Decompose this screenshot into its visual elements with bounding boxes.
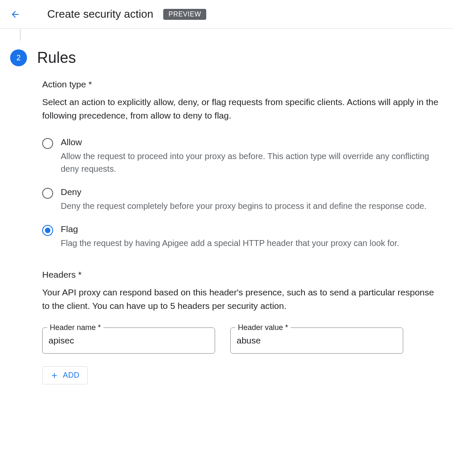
step-number-badge: 2	[10, 49, 27, 66]
action-type-description: Select an action to explicitly allow, de…	[42, 95, 443, 122]
step-connector	[20, 29, 21, 41]
header-value-label: Header value *	[235, 323, 291, 332]
radio-label: Allow	[61, 137, 443, 147]
add-button-label: ADD	[63, 371, 80, 380]
radio-label: Flag	[61, 224, 443, 234]
radio-icon	[42, 188, 53, 199]
radio-icon	[42, 138, 53, 149]
radio-option-allow[interactable]: Allow Allow the request to proceed into …	[42, 137, 443, 175]
radio-description: Allow the request to proceed into your p…	[61, 150, 443, 175]
back-button[interactable]	[10, 9, 20, 19]
radio-label: Deny	[61, 187, 443, 197]
page-title: Create security action	[47, 8, 153, 21]
action-type-radio-group: Allow Allow the request to proceed into …	[42, 137, 443, 249]
headers-label: Headers *	[42, 270, 443, 280]
header-name-label: Header name *	[47, 323, 103, 332]
radio-description: Flag the request by having Apigee add a …	[61, 237, 443, 249]
add-header-button[interactable]: ADD	[42, 366, 88, 384]
preview-badge: PREVIEW	[163, 9, 206, 20]
radio-icon	[42, 225, 53, 236]
radio-option-deny[interactable]: Deny Deny the request completely before …	[42, 187, 443, 212]
header-row: Header name * Header value *	[42, 327, 443, 354]
plus-icon	[50, 371, 59, 380]
arrow-left-icon	[10, 8, 20, 21]
step-title: Rules	[37, 49, 76, 67]
action-type-label: Action type *	[42, 79, 443, 89]
headers-description: Your API proxy can respond based on this…	[42, 286, 443, 312]
radio-description: Deny the request completely before your …	[61, 200, 443, 212]
radio-option-flag[interactable]: Flag Flag the request by having Apigee a…	[42, 224, 443, 249]
